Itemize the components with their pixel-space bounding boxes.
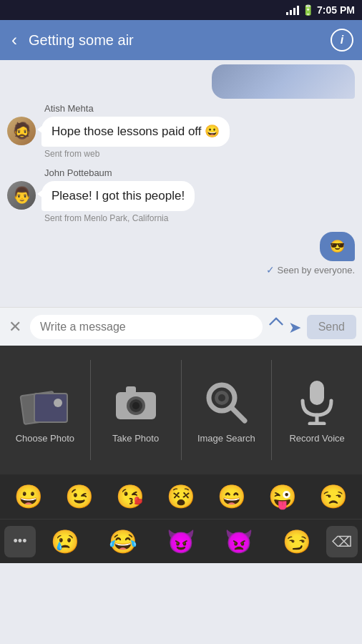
- emoji-laugh-cry[interactable]: 😂: [95, 527, 152, 557]
- more-button[interactable]: •••: [4, 526, 36, 557]
- media-panel: Choose Photo Take Photo Image Searc: [0, 346, 362, 474]
- message-group-john: John Pottebaum 👨 Please! I got this peop…: [7, 167, 355, 223]
- choose-photo-option[interactable]: Choose Photo: [0, 346, 90, 474]
- emoji-kiss[interactable]: 😘: [106, 482, 155, 512]
- status-time: 7:05 PM: [317, 4, 355, 16]
- status-bar: 🔋 7:05 PM: [0, 0, 362, 20]
- image-preview-bubble: [212, 64, 355, 99]
- sent-from-john: Sent from Menlo Park, California: [44, 213, 355, 223]
- input-area: ✕ ➤ Send: [0, 307, 362, 346]
- battery-icon: 🔋: [302, 4, 314, 16]
- location-button[interactable]: ➤: [268, 317, 301, 337]
- emoji-unamused[interactable]: 😒: [308, 482, 358, 512]
- emoji-row-2: ••• 😢 😂 😈 👿 😏 ⌫: [0, 519, 362, 563]
- avatar-john: 👨: [7, 181, 36, 210]
- emoji-row-1: 😀 😉 😘 😵 😄 😜 😒: [0, 474, 362, 519]
- emoji-grinbig[interactable]: 😄: [207, 482, 256, 512]
- message-row-atish: 🧔 Hope those lessons paid off 😀: [7, 117, 355, 147]
- status-icons: 🔋 7:05 PM: [286, 4, 355, 16]
- avatar-atish: 🧔: [7, 117, 36, 145]
- close-button[interactable]: ✕: [6, 315, 24, 339]
- send-button[interactable]: Send: [307, 315, 356, 339]
- image-search-option[interactable]: Image Search: [182, 346, 272, 474]
- emoji-wink[interactable]: 😉: [55, 482, 104, 512]
- choose-photo-label: Choose Photo: [16, 433, 74, 444]
- svg-point-7: [218, 394, 225, 401]
- outgoing-emoji: 😎: [330, 240, 345, 253]
- message-row-john: 👨 Please! I got this people!: [7, 181, 355, 211]
- emoji-tongue[interactable]: 😜: [258, 482, 307, 512]
- chat-area: Atish Mehta 🧔 Hope those lessons paid of…: [0, 60, 362, 307]
- sent-from-atish: Sent from web: [44, 149, 355, 159]
- check-icon: ✓: [266, 264, 275, 275]
- header-title: Getting some air: [29, 32, 322, 49]
- svg-rect-4: [126, 386, 136, 394]
- header: ‹ Getting some air i: [0, 20, 362, 60]
- svg-point-3: [132, 402, 140, 409]
- svg-rect-9: [310, 381, 324, 405]
- sender-name-john: John Pottebaum: [44, 167, 355, 178]
- emoji-smirk[interactable]: 😏: [268, 527, 325, 557]
- bubble-john: Please! I got this people!: [41, 181, 195, 211]
- emoji-grin[interactable]: 😀: [4, 482, 54, 512]
- record-voice-option[interactable]: Record Voice: [272, 346, 362, 474]
- bubble-atish: Hope those lessons paid off 😀: [41, 117, 230, 147]
- message-input[interactable]: [30, 315, 263, 339]
- emoji-devil[interactable]: 😈: [153, 527, 210, 557]
- record-voice-label: Record Voice: [289, 433, 344, 444]
- signal-bars-icon: [286, 5, 299, 15]
- record-voice-icon: [292, 377, 342, 427]
- image-preview-top: [7, 60, 355, 103]
- message-group-atish: Atish Mehta 🧔 Hope those lessons paid of…: [7, 103, 355, 159]
- backspace-button[interactable]: ⌫: [326, 526, 358, 557]
- seen-text: ✓ Seen by everyone.: [266, 264, 355, 275]
- info-button[interactable]: i: [331, 29, 353, 52]
- choose-photo-icon: [20, 377, 70, 427]
- svg-line-8: [232, 408, 245, 421]
- outgoing-bubble: 😎: [320, 232, 355, 261]
- image-search-label: Image Search: [197, 433, 255, 444]
- image-search-icon: [201, 377, 251, 427]
- emoji-purple-devil[interactable]: 👿: [210, 527, 267, 557]
- take-photo-label: Take Photo: [112, 433, 159, 444]
- emoji-cry[interactable]: 😢: [37, 527, 94, 557]
- emoji-dizzy[interactable]: 😵: [157, 482, 206, 512]
- image-preview-inner: [212, 64, 355, 99]
- sender-name-atish: Atish Mehta: [44, 103, 355, 114]
- take-photo-icon: [111, 377, 161, 427]
- back-button[interactable]: ‹: [9, 27, 20, 53]
- take-photo-option[interactable]: Take Photo: [91, 346, 181, 474]
- outgoing-area: 😎 ✓ Seen by everyone.: [7, 232, 355, 275]
